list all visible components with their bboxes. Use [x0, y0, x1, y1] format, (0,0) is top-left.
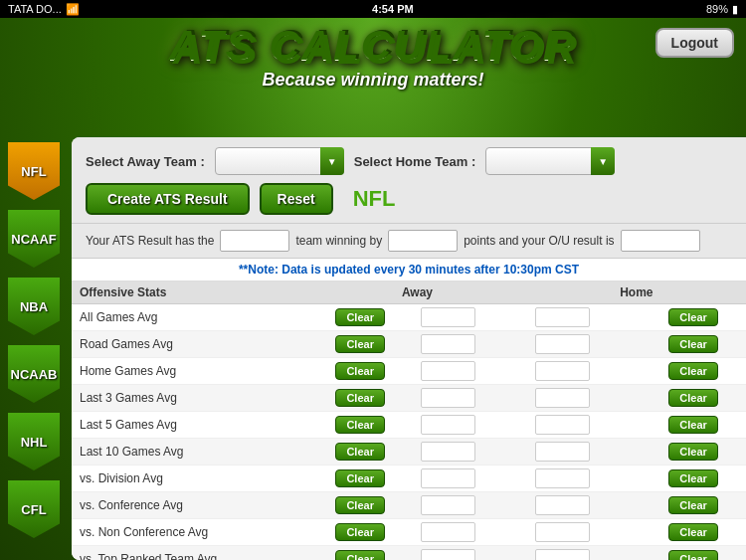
nba-shield: NBA: [8, 278, 60, 335]
away-team-select[interactable]: [215, 147, 344, 175]
away-clear-cell: Clear: [307, 412, 413, 439]
home-clear-cell: Clear: [641, 492, 746, 519]
away-value-input[interactable]: [421, 522, 475, 542]
home-team-select[interactable]: [485, 147, 615, 175]
away-value-input[interactable]: [421, 415, 475, 435]
home-clear-cell: Clear: [641, 304, 746, 331]
home-team-select-wrapper[interactable]: ▼: [485, 147, 615, 175]
away-value-input[interactable]: [421, 388, 475, 408]
away-value-input[interactable]: [421, 307, 475, 327]
away-value-input[interactable]: [421, 495, 475, 515]
away-clear-button[interactable]: Clear: [335, 416, 385, 434]
home-value-input[interactable]: [535, 549, 590, 560]
status-bar: TATA DO... 📶 4:54 PM 89% ▮: [0, 0, 746, 18]
home-value-input[interactable]: [535, 334, 590, 354]
sidebar: NFL NCAAF NBA NCAAB NHL CFL: [0, 137, 68, 543]
home-value-cell: [527, 492, 642, 519]
away-clear-button[interactable]: Clear: [335, 443, 385, 461]
carrier-text: TATA DO...: [8, 3, 62, 15]
away-value-input[interactable]: [421, 549, 475, 560]
away-clear-button[interactable]: Clear: [335, 550, 385, 560]
stats-table-wrapper[interactable]: Offensive Stats Away Home All Games Avg …: [72, 281, 746, 560]
battery-icon: ▮: [732, 3, 738, 16]
home-value-cell: [527, 331, 642, 358]
home-value-input[interactable]: [535, 388, 590, 408]
home-clear-button[interactable]: Clear: [668, 362, 718, 380]
result-team-input[interactable]: [220, 230, 289, 252]
app-title: ATS CALCULATOR: [170, 26, 576, 68]
stats-table: Offensive Stats Away Home All Games Avg …: [72, 281, 746, 560]
stat-label: Road Games Avg: [72, 331, 307, 358]
create-ats-button[interactable]: Create ATS Result: [86, 183, 250, 215]
result-ou-input[interactable]: [621, 230, 700, 252]
app-background: ATS CALCULATOR Because winning matters! …: [0, 18, 746, 560]
home-clear-button[interactable]: Clear: [668, 443, 718, 461]
away-clear-button[interactable]: Clear: [335, 523, 385, 541]
sidebar-item-cfl[interactable]: CFL: [0, 475, 68, 543]
table-row: All Games Avg Clear Clear: [72, 304, 746, 331]
away-clear-cell: Clear: [307, 492, 413, 519]
home-clear-button[interactable]: Clear: [668, 416, 718, 434]
stat-label: Last 3 Games Avg: [72, 385, 307, 412]
home-clear-button[interactable]: Clear: [668, 496, 718, 514]
league-label: NFL: [353, 186, 396, 212]
away-clear-cell: Clear: [307, 358, 413, 385]
sidebar-item-nhl[interactable]: NHL: [0, 408, 68, 475]
sidebar-item-ncaaf[interactable]: NCAAF: [0, 205, 68, 273]
app-subtitle: Because winning matters!: [0, 70, 746, 91]
stat-label: Last 5 Games Avg: [72, 412, 307, 439]
away-value-input[interactable]: [421, 468, 475, 488]
sidebar-item-nba[interactable]: NBA: [0, 273, 68, 340]
home-value-input[interactable]: [535, 522, 590, 542]
stat-label: Home Games Avg: [72, 358, 307, 385]
away-team-select-wrapper[interactable]: ▼: [215, 147, 344, 175]
table-row: Last 5 Games Avg Clear Clear: [72, 412, 746, 439]
home-value-input[interactable]: [535, 361, 590, 381]
table-row: Home Games Avg Clear Clear: [72, 358, 746, 385]
away-value-cell: [413, 439, 527, 466]
away-clear-button[interactable]: Clear: [335, 496, 385, 514]
away-clear-button[interactable]: Clear: [335, 469, 385, 487]
away-clear-button[interactable]: Clear: [335, 389, 385, 407]
home-clear-button[interactable]: Clear: [668, 469, 718, 487]
home-clear-button[interactable]: Clear: [668, 389, 718, 407]
home-value-input[interactable]: [535, 468, 590, 488]
home-clear-button[interactable]: Clear: [668, 523, 718, 541]
home-clear-cell: Clear: [641, 412, 746, 439]
table-row: Last 10 Games Avg Clear Clear: [72, 439, 746, 466]
away-clear-button[interactable]: Clear: [335, 308, 385, 326]
home-clear-cell: Clear: [641, 331, 746, 358]
logout-button[interactable]: Logout: [655, 28, 734, 58]
away-value-input[interactable]: [421, 361, 475, 381]
home-value-cell: [527, 385, 642, 412]
sidebar-item-nfl[interactable]: NFL: [0, 137, 68, 205]
stat-label: vs. Division Avg: [72, 466, 307, 492]
result-points-input[interactable]: [388, 230, 458, 252]
home-clear-button[interactable]: Clear: [668, 335, 718, 353]
header-home: Home: [527, 281, 746, 304]
away-clear-button[interactable]: Clear: [335, 362, 385, 380]
home-clear-button[interactable]: Clear: [668, 308, 718, 326]
away-clear-cell: Clear: [307, 519, 413, 546]
team-select-row: Select Away Team : ▼ Select Home Team : …: [86, 147, 732, 175]
reset-button[interactable]: Reset: [260, 183, 333, 215]
away-value-input[interactable]: [421, 442, 475, 462]
battery-text: 89%: [706, 3, 728, 15]
action-row: Create ATS Result Reset NFL: [86, 183, 732, 215]
table-row: vs. Division Avg Clear Clear: [72, 466, 746, 492]
ncaab-shield: NCAAB: [8, 345, 60, 403]
away-value-input[interactable]: [421, 334, 475, 354]
away-value-cell: [413, 304, 527, 331]
nhl-shield: NHL: [8, 413, 60, 470]
home-value-input[interactable]: [535, 415, 590, 435]
away-clear-button[interactable]: Clear: [335, 335, 385, 353]
home-value-input[interactable]: [535, 442, 590, 462]
away-value-cell: [413, 385, 527, 412]
home-value-input[interactable]: [535, 495, 590, 515]
home-value-input[interactable]: [535, 307, 590, 327]
home-team-label: Select Home Team :: [354, 154, 476, 169]
stat-label: Last 10 Games Avg: [72, 439, 307, 466]
home-clear-button[interactable]: Clear: [668, 550, 718, 560]
table-row: Road Games Avg Clear Clear: [72, 331, 746, 358]
sidebar-item-ncaab[interactable]: NCAAB: [0, 340, 68, 408]
